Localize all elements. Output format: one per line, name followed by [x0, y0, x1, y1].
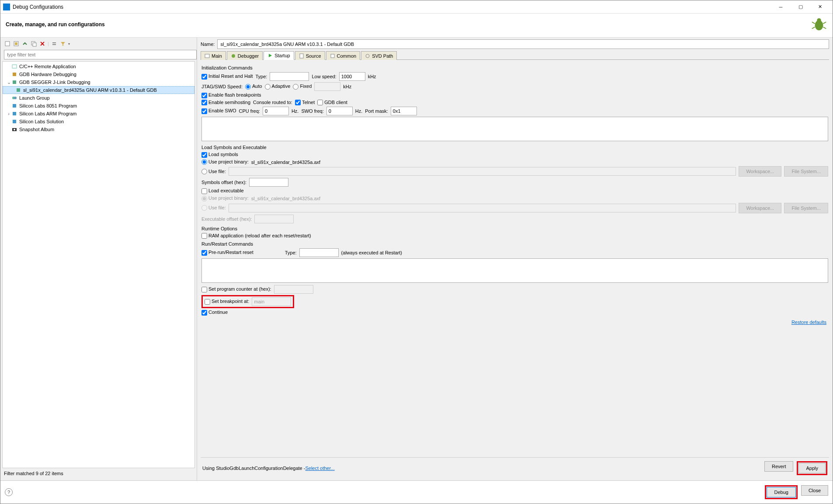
- bug-icon: [811, 16, 827, 33]
- config-name-input[interactable]: [217, 39, 829, 49]
- delete-icon[interactable]: [39, 40, 46, 47]
- set-pc-checkbox[interactable]: Set program counter at (hex):: [201, 286, 271, 292]
- load-symbols-checkbox[interactable]: Load symbols: [201, 152, 238, 158]
- svg-rect-6: [5, 42, 10, 46]
- exec-filesystem-button: File System...: [784, 203, 828, 213]
- tree-item-sl-solution[interactable]: Silicon Labs Solution: [3, 118, 194, 125]
- svg-rect-8: [15, 42, 17, 45]
- svg-rect-26: [205, 54, 209, 58]
- swo-freq-label: SWO freq:: [301, 108, 323, 114]
- swo-freq-input[interactable]: [326, 107, 353, 115]
- type-label: Type:: [256, 74, 267, 79]
- set-breakpoint-checkbox[interactable]: Set breakpoint at:: [205, 299, 249, 305]
- load-executable-checkbox[interactable]: Load executable: [201, 188, 244, 194]
- svg-point-27: [232, 54, 235, 58]
- exec-binary-name: sl_si91x_calendar_brd4325a.axf: [251, 196, 320, 201]
- restore-defaults-link[interactable]: Restore defaults: [791, 320, 826, 325]
- titlebar: Debug Configurations ─ ▢ ✕: [0, 0, 833, 14]
- tab-debugger[interactable]: Debugger: [227, 51, 263, 60]
- tree-item-snapshot[interactable]: Snapshot Album: [3, 125, 194, 133]
- close-button[interactable]: Close: [801, 485, 828, 496]
- cpu-freq-input[interactable]: [263, 107, 289, 115]
- initial-reset-checkbox[interactable]: Initial Reset and Halt: [201, 73, 253, 80]
- filter-icon[interactable]: [59, 40, 66, 47]
- set-breakpoint-highlight: Set breakpoint at:: [201, 295, 294, 308]
- exec-use-binary-radio: Use project binary:: [201, 195, 249, 202]
- port-mask-input[interactable]: [391, 107, 417, 115]
- cpu-freq-label: CPU freq:: [239, 108, 260, 114]
- new-config-icon[interactable]: [4, 40, 11, 47]
- window-title: Debug Configurations: [13, 4, 771, 10]
- export-icon[interactable]: [21, 40, 28, 47]
- restart-type-input[interactable]: [299, 248, 339, 257]
- tree-item-gdb-hw[interactable]: GDB Hardware Debugging: [3, 70, 194, 78]
- symbols-file-input: [229, 167, 736, 176]
- svg-rect-10: [33, 43, 36, 46]
- continue-checkbox[interactable]: Continue: [201, 309, 228, 316]
- svg-rect-21: [13, 104, 16, 108]
- tab-main[interactable]: Main: [201, 51, 226, 60]
- new-proto-icon[interactable]: [13, 40, 20, 47]
- close-window-button[interactable]: ✕: [810, 1, 830, 13]
- jtag-adaptive-radio[interactable]: Adaptive: [265, 83, 291, 90]
- apply-button[interactable]: Apply: [798, 463, 826, 473]
- tree-item-selected-config[interactable]: sl_si91x_calendar_brd4325a GNU ARM v10.3…: [3, 86, 194, 94]
- tree-item-gdb-segger[interactable]: ⌄GDB SEGGER J-Link Debugging: [3, 78, 194, 86]
- low-speed-input[interactable]: [339, 72, 365, 81]
- svg-line-2: [812, 22, 815, 24]
- use-project-binary-radio[interactable]: Use project binary:: [201, 159, 249, 165]
- telnet-checkbox[interactable]: Telnet: [295, 100, 315, 106]
- svg-rect-18: [17, 88, 20, 92]
- jtag-speed-input: [314, 82, 340, 91]
- jtag-fixed-radio[interactable]: Fixed: [293, 83, 312, 90]
- tab-startup[interactable]: Startup: [264, 51, 294, 60]
- symbols-offset-input[interactable]: [249, 178, 288, 187]
- svg-rect-29: [331, 54, 334, 58]
- restart-commands-textarea[interactable]: [201, 258, 828, 283]
- jtag-speed-label: JTAG/SWD Speed:: [201, 84, 243, 89]
- revert-button[interactable]: Revert: [764, 461, 793, 472]
- tree-item-launch-group[interactable]: Launch Group: [3, 94, 194, 102]
- startup-tab-content: Initialization Commands Initial Reset an…: [201, 60, 829, 457]
- svg-point-30: [366, 54, 369, 58]
- svg-rect-28: [300, 54, 303, 58]
- app-icon: [3, 3, 10, 10]
- enable-swo-checkbox[interactable]: Enable SWO: [201, 108, 236, 114]
- collapse-all-icon[interactable]: [51, 40, 58, 47]
- use-file-radio[interactable]: Use file:: [201, 169, 226, 175]
- gdb-client-checkbox[interactable]: GDB client: [317, 100, 347, 106]
- ram-app-checkbox[interactable]: RAM application (reload after each reset…: [201, 233, 311, 239]
- duplicate-icon[interactable]: [30, 40, 37, 47]
- tab-svd[interactable]: SVD Path: [361, 51, 397, 60]
- help-icon[interactable]: ?: [5, 488, 13, 496]
- exec-workspace-button: Workspace...: [739, 203, 781, 213]
- runtime-options-title: Runtime Options: [201, 226, 828, 231]
- debug-button[interactable]: Debug: [767, 487, 795, 497]
- init-commands-textarea[interactable]: [201, 117, 828, 141]
- set-breakpoint-input: [252, 297, 291, 306]
- port-mask-label: Port mask:: [365, 108, 388, 114]
- dialog-subtitle: Create, manage, and run configurations: [6, 21, 105, 28]
- exec-use-file-radio: Use file:: [201, 205, 226, 211]
- config-tree[interactable]: C/C++ Remote Application GDB Hardware De…: [2, 61, 195, 468]
- tree-item-sl-8051[interactable]: Silicon Labs 8051 Program: [3, 102, 194, 110]
- maximize-button[interactable]: ▢: [791, 1, 810, 13]
- reset-type-input[interactable]: [270, 72, 309, 81]
- tab-source[interactable]: Source: [295, 51, 325, 60]
- select-other-link[interactable]: Select other...: [305, 466, 334, 471]
- config-detail-pane: Name: Main Debugger Startup Source Commo…: [197, 38, 833, 480]
- prerun-reset-checkbox[interactable]: Pre-run/Restart reset: [201, 250, 253, 256]
- tree-item-sl-arm[interactable]: ›Silicon Labs ARM Program: [3, 110, 194, 118]
- jtag-auto-radio[interactable]: Auto: [245, 83, 262, 90]
- run-restart-title: Run/Restart Commands: [201, 241, 828, 247]
- exec-offset-input: [254, 215, 294, 223]
- dialog-footer: ? Debug Close: [0, 480, 833, 504]
- tab-common[interactable]: Common: [326, 51, 361, 60]
- configurations-panel: | ▾ C/C++ Remote Application GDB Hardwar…: [0, 38, 197, 480]
- minimize-button[interactable]: ─: [771, 1, 791, 13]
- filter-input[interactable]: [4, 50, 197, 59]
- enable-flash-bp-checkbox[interactable]: Enable flash breakpoints: [201, 92, 261, 98]
- svg-point-20: [14, 97, 17, 99]
- tree-item-cpp-remote[interactable]: C/C++ Remote Application: [3, 63, 194, 70]
- enable-semihosting-checkbox[interactable]: Enable semihosting: [201, 100, 250, 106]
